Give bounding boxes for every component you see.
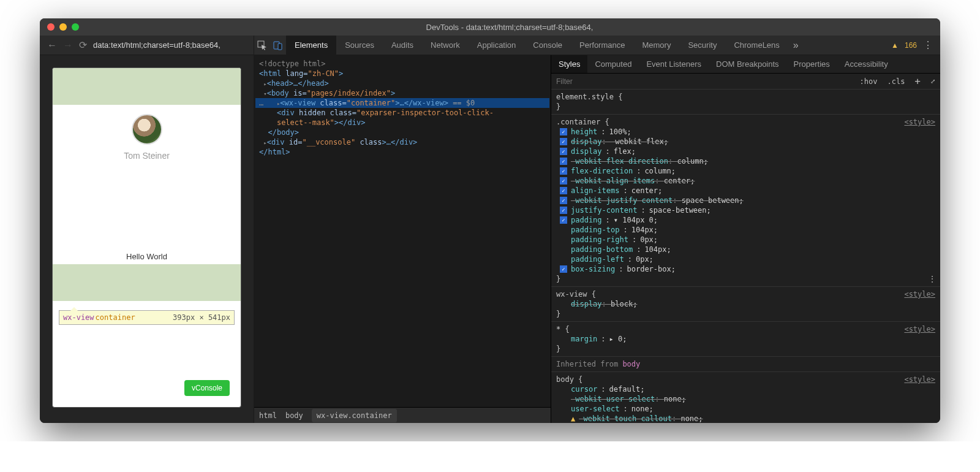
nav-group: ← → ⟳ data:text/html;charset=utf-8;base6…: [40, 36, 254, 55]
rule-star: * {<style> margin: ▸ 0; }: [551, 322, 940, 357]
toggle-checkbox[interactable]: ✓: [560, 265, 567, 273]
css-prop[interactable]: ✓height: 100%;: [556, 127, 935, 137]
warning-count[interactable]: 166: [905, 41, 917, 50]
inspect-tooltip: wx-viewcontainer 393px × 541px: [59, 310, 235, 325]
styles-tab-event-listeners[interactable]: Event Listeners: [639, 55, 709, 73]
main-tabs: ElementsSourcesAuditsNetworkApplicationC…: [286, 36, 788, 55]
css-prop[interactable]: ✓-webkit-justify-content: space-between;: [556, 196, 935, 205]
toggle-checkbox[interactable]: ✓: [560, 158, 567, 165]
toggle-checkbox[interactable]: ✓: [560, 177, 567, 185]
zoom-icon[interactable]: [72, 23, 79, 31]
css-prop[interactable]: ✓-webkit-align-items: center;: [556, 176, 935, 186]
traffic-lights: [47, 23, 79, 31]
css-prop[interactable]: padding-right: 0px;: [556, 235, 935, 245]
css-prop[interactable]: ✓padding: ▾ 104px 0;: [556, 215, 935, 225]
breadcrumb-html[interactable]: html: [259, 411, 277, 420]
toggle-checkbox[interactable]: ✓: [560, 216, 567, 224]
css-prop[interactable]: padding-bottom: 104px;: [556, 245, 935, 254]
url-field[interactable]: data:text/html;charset=utf-8;base64,: [93, 40, 221, 50]
reload-icon[interactable]: ⟳: [79, 39, 87, 51]
styles-tab-dom-breakpoints[interactable]: DOM Breakpoints: [709, 55, 786, 73]
warning-icon[interactable]: ▲: [891, 41, 899, 50]
css-prop[interactable]: padding-left: 0px;: [556, 254, 935, 264]
warning-icon: ▲: [571, 414, 575, 423]
cls-toggle[interactable]: .cls: [882, 77, 910, 86]
inherited-from-label: Inherited from body: [551, 357, 940, 372]
styles-tab-computed[interactable]: Computed: [587, 55, 639, 73]
rule-wxview: wx-view {<style> display: block; }: [551, 287, 940, 322]
css-prop[interactable]: ✓-webkit-flex-direction: column;: [556, 156, 935, 166]
css-prop[interactable]: ✓flex-direction: column;: [556, 166, 935, 176]
dom-tree[interactable]: <!doctype html> <html lang="zh-CN"> ▸<he…: [254, 55, 551, 407]
hello-label: Hello World: [53, 252, 241, 261]
dom-breadcrumb: html body wx-view.container: [254, 407, 551, 423]
styles-drawer-icon[interactable]: ⤢: [925, 78, 940, 85]
preview-pane: Tom Steiner Hello World wx-viewcontainer…: [40, 55, 254, 423]
toggle-checkbox[interactable]: ✓: [560, 128, 567, 135]
window-title: DevTools - data:text/html;charset=utf-8;…: [86, 23, 933, 32]
tab-security[interactable]: Security: [679, 36, 725, 55]
css-prop[interactable]: user-select: none;: [556, 404, 935, 414]
rule-body: body {<style> cursor: default;-webkit-us…: [551, 372, 940, 423]
styles-tab-properties[interactable]: Properties: [786, 55, 837, 73]
tab-elements[interactable]: Elements: [286, 36, 336, 55]
styles-tabs: StylesComputedEvent ListenersDOM Breakpo…: [551, 55, 940, 74]
css-prop[interactable]: cursor: default;: [556, 384, 935, 394]
styles-filter-input[interactable]: [551, 77, 855, 86]
toggle-checkbox[interactable]: ✓: [560, 197, 567, 204]
css-prop[interactable]: ▲ -webkit-touch-callout: none;: [556, 414, 935, 423]
tab-performance[interactable]: Performance: [571, 36, 633, 55]
close-icon[interactable]: [47, 23, 55, 31]
avatar: [132, 114, 162, 145]
nav-back-icon[interactable]: ←: [47, 40, 57, 51]
toggle-checkbox[interactable]: ✓: [560, 187, 567, 194]
tab-audits[interactable]: Audits: [383, 36, 422, 55]
breadcrumb-wxview[interactable]: wx-view.container: [312, 409, 397, 422]
styles-tab-styles[interactable]: Styles: [551, 55, 587, 73]
tab-memory[interactable]: Memory: [633, 36, 679, 55]
dom-pane: <!doctype html> <html lang="zh-CN"> ▸<he…: [254, 55, 551, 423]
inspect-element-icon[interactable]: [254, 36, 270, 55]
rules-list[interactable]: element.style { } .container {<style> ✓h…: [551, 89, 940, 423]
svg-rect-2: [278, 44, 282, 50]
app-preview[interactable]: Tom Steiner Hello World wx-viewcontainer…: [52, 67, 241, 408]
tab-sources[interactable]: Sources: [336, 36, 383, 55]
css-prop[interactable]: -webkit-user-select: none;: [556, 394, 935, 404]
preview-header-band: [53, 68, 241, 105]
css-prop[interactable]: ✓justify-content: space-between;: [556, 205, 935, 215]
styles-tab-accessibility[interactable]: Accessibility: [837, 55, 895, 73]
new-rule-icon[interactable]: +: [910, 75, 925, 87]
vconsole-button[interactable]: vConsole: [184, 380, 230, 396]
css-prop[interactable]: ✓display: flex;: [556, 147, 935, 156]
selected-dom-node[interactable]: … ▸<wx-view class="container">…</wx-view…: [255, 98, 549, 108]
toggle-checkbox[interactable]: ✓: [560, 148, 567, 155]
minimize-icon[interactable]: [59, 23, 67, 31]
preview-lower-band: [53, 264, 241, 301]
rule-container: .container {<style> ✓height: 100%;✓displ…: [551, 115, 940, 287]
breadcrumb-body[interactable]: body: [285, 411, 303, 420]
tab-chromelens[interactable]: ChromeLens: [725, 36, 788, 55]
toggle-checkbox[interactable]: ✓: [560, 138, 567, 145]
nav-forward-icon[interactable]: →: [63, 40, 73, 51]
css-prop[interactable]: ✓align-items: center;: [556, 186, 935, 196]
rule-element-style: element.style { }: [551, 89, 940, 115]
titlebar: DevTools - data:text/html;charset=utf-8;…: [40, 18, 940, 36]
styles-filter-row: :hov .cls + ⤢: [551, 74, 940, 89]
tab-network[interactable]: Network: [422, 36, 469, 55]
menu-icon[interactable]: ⋮: [923, 39, 933, 51]
styles-pane: StylesComputedEvent ListenersDOM Breakpo…: [551, 55, 940, 423]
toggle-checkbox[interactable]: ✓: [560, 207, 567, 214]
tabs-overflow-icon[interactable]: »: [788, 40, 804, 51]
rule-menu-icon[interactable]: ⋮: [928, 274, 937, 284]
css-prop[interactable]: padding-top: 104px;: [556, 225, 935, 235]
hov-toggle[interactable]: :hov: [855, 77, 883, 86]
tab-application[interactable]: Application: [469, 36, 525, 55]
css-prop[interactable]: ✓box-sizing: border-box;: [556, 264, 935, 274]
user-name: Tom Steiner: [124, 151, 170, 161]
tab-console[interactable]: Console: [524, 36, 571, 55]
devtools-window: DevTools - data:text/html;charset=utf-8;…: [40, 18, 940, 423]
main-toolbar: ← → ⟳ data:text/html;charset=utf-8;base6…: [40, 36, 940, 55]
toggle-checkbox[interactable]: ✓: [560, 167, 567, 175]
css-prop[interactable]: ✓display: -webkit-flex;: [556, 137, 935, 147]
device-toggle-icon[interactable]: [270, 36, 286, 55]
